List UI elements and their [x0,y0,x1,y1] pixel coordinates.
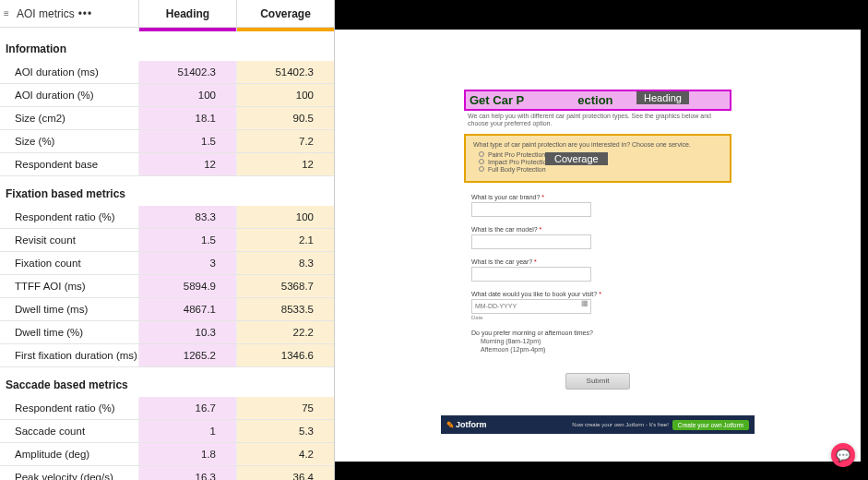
model-label: What is the car model? [471,226,538,233]
table-row[interactable]: Size (cm2)18.190.5 [0,107,334,130]
metric-label: Size (%) [0,136,138,147]
heading-value: 4867.1 [138,298,236,320]
table-row[interactable]: Peak velocity (deg/s)16.336.4 [0,466,334,480]
table-header: ≡ AOI metrics ••• Heading Coverage [0,0,334,28]
heading-value: 1.5 [138,229,236,251]
form-subtitle: We can help you with different car paint… [464,111,731,134]
aoi-heading-overlay[interactable]: Get Car PHeadingection [464,90,731,111]
metric-label: Fixation count [0,258,138,269]
time-opt-0[interactable]: Morning (8am-12pm) [481,338,541,344]
table-row[interactable]: TTFF AOI (ms)5894.95368.7 [0,275,334,298]
year-label: What is the car year? [471,258,532,265]
table-row[interactable]: AOI duration (%)100100 [0,84,334,107]
coverage-value: 8533.5 [236,298,334,320]
date-hint: Date [471,315,724,320]
coverage-accent [236,28,334,31]
coverage-value: 5368.7 [236,275,334,297]
brand-input[interactable] [471,202,591,217]
aoi-tag-heading[interactable]: Heading [636,91,689,104]
metric-label: Respondent ratio (%) [0,211,138,222]
date-label: What date would you like to book your vi… [471,291,597,297]
heading-value: 83.3 [138,206,236,228]
coverage-value: 75 [236,397,334,419]
metric-label: AOI duration (ms) [0,66,138,78]
more-menu[interactable]: ••• [78,7,93,20]
metric-label: Dwell time (ms) [0,304,138,315]
stimulus-preview: Get Car PHeadingection We can help you w… [335,0,868,480]
panel-title: AOI metrics [17,7,75,20]
coverage-value: 5.3 [236,420,334,442]
brand-label: What is your car brand? [471,194,540,200]
model-input[interactable] [471,234,591,249]
metric-label: Respondent base [0,159,138,170]
heading-value: 10.3 [138,321,236,343]
heading-value: 3 [138,252,236,274]
q1-title: What type of car paint protection are yo… [473,141,722,148]
coverage-value: 2.1 [236,229,334,251]
heading-value: 5894.9 [138,275,236,297]
table-row[interactable]: Size (%)1.57.2 [0,130,334,153]
section-title: Saccade based metrics [0,367,334,397]
coverage-value: 51402.3 [236,61,334,83]
jotform-cta[interactable]: Create your own Jotform [672,420,749,430]
section-title: Fixation based metrics [0,176,334,206]
heading-value: 16.7 [138,397,236,419]
coverage-value: 4.2 [236,443,334,465]
table-row[interactable]: Saccade count15.3 [0,420,334,443]
radio-icon[interactable] [479,166,484,172]
year-input[interactable] [471,267,591,282]
coverage-value: 7.2 [236,130,334,152]
form-heading-start: Get Car P [470,93,524,107]
table-row[interactable]: Respondent base1212 [0,153,334,176]
table-row[interactable]: Amplitude (deg)1.84.2 [0,443,334,466]
table-row[interactable]: Fixation count38.3 [0,252,334,275]
heading-value: 18.1 [138,107,236,129]
chat-bubble-icon[interactable]: 💬 [831,443,855,467]
heading-value: 1 [138,420,236,442]
table-row[interactable]: Respondent ratio (%)83.3100 [0,206,334,229]
heading-value: 12 [138,153,236,175]
jotform-logo[interactable]: ✎Jotform [446,420,487,430]
metric-label: Dwell time (%) [0,327,138,338]
metric-label: Respondent ratio (%) [0,402,138,414]
heading-value: 1.8 [138,443,236,465]
q1-opt-0[interactable]: Paint Pro Protection [488,151,545,158]
metric-label: Revisit count [0,234,138,246]
time-opt-1[interactable]: Afternoon (12pm-4pm) [481,346,545,353]
table-row[interactable]: First fixation duration (ms)1265.21346.6 [0,344,334,367]
coverage-value: 100 [236,206,334,228]
heading-value: 1265.2 [138,344,236,366]
column-coverage[interactable]: Coverage [236,0,334,27]
q1-opt-1[interactable]: Impact Pro Protection [488,159,550,165]
heading-value: 100 [138,84,236,106]
metric-label: Size (cm2) [0,113,138,124]
coverage-value: 100 [236,84,334,106]
jotform-bar: ✎Jotform Now create your own Jotform - I… [441,415,755,434]
column-heading[interactable]: Heading [138,0,236,27]
table-row[interactable]: Respondent ratio (%)16.775 [0,397,334,420]
aoi-tag-coverage[interactable]: Coverage [545,152,608,165]
metric-label: Amplitude (deg) [0,449,138,460]
date-input[interactable] [471,299,591,314]
radio-icon[interactable] [479,159,484,164]
calendar-icon[interactable]: ▦ [581,299,589,307]
heading-value: 1.5 [138,130,236,152]
table-row[interactable]: Dwell time (%)10.322.2 [0,321,334,344]
coverage-value: 22.2 [236,321,334,343]
table-row[interactable]: Revisit count1.52.1 [0,229,334,252]
radio-icon[interactable] [479,151,484,157]
form-card: Get Car PHeadingection We can help you w… [464,90,731,390]
time-label: Do you prefer morning or afternoon times… [471,330,593,336]
metric-label: AOI duration (%) [0,90,138,101]
coverage-value: 36.4 [236,466,334,480]
aoi-metrics-panel: ≡ AOI metrics ••• Heading Coverage Infor… [0,0,335,480]
aoi-coverage-overlay[interactable]: What type of car paint protection are yo… [464,134,731,183]
q1-opt-2[interactable]: Full Body Protection [488,166,546,173]
form-heading-end: ection [577,93,612,107]
coverage-value: 12 [236,153,334,175]
table-row[interactable]: Dwell time (ms)4867.18533.5 [0,298,334,321]
submit-button[interactable]: Submit [565,373,630,390]
coverage-value: 8.3 [236,252,334,274]
list-icon: ≡ [4,8,13,18]
table-row[interactable]: AOI duration (ms)51402.351402.3 [0,61,334,84]
